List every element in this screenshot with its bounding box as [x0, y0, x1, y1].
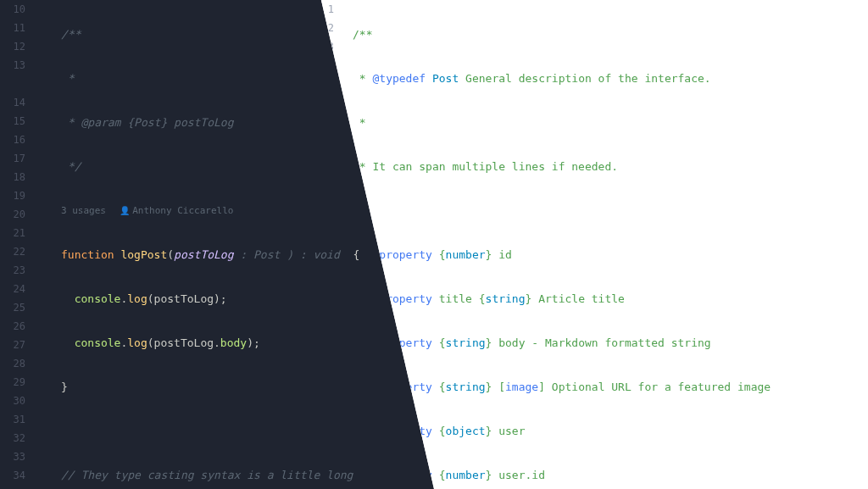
line-number: 25 — [0, 298, 25, 317]
right-code[interactable]: /** * @typedef Post General description … — [353, 0, 784, 489]
line-number — [0, 75, 25, 93]
method: log — [127, 336, 147, 349]
line-number: 16 — [0, 131, 25, 149]
code-text: ] Optional URL for a featured image — [538, 381, 771, 393]
jsdoc-tag: @typedef — [372, 72, 426, 85]
line-number: 24 — [0, 280, 25, 298]
line-number: 29 — [0, 373, 25, 392]
line-number: 11 — [0, 19, 25, 37]
type: string — [486, 292, 526, 305]
code-text: ( — [167, 248, 174, 261]
line-number: 19 — [0, 186, 25, 205]
line-number: 26 — [0, 317, 25, 336]
code-text: (postToLog. — [147, 336, 220, 349]
code-text: } user.id — [486, 469, 545, 481]
line-number: 28 — [0, 354, 25, 373]
code-text: title { — [432, 292, 486, 305]
line-number: 30 — [0, 392, 25, 410]
line-number: 14 — [0, 93, 25, 112]
code-text: { — [432, 425, 446, 437]
param: postToLog — [174, 248, 233, 261]
line-number: 13 — [0, 56, 25, 75]
person-icon: 👤 — [120, 206, 130, 215]
code-text: /** — [353, 28, 372, 41]
method: log — [127, 292, 147, 305]
type: object — [446, 425, 486, 437]
type-hint: : Post ) — [234, 248, 300, 261]
code-text: * — [61, 72, 75, 85]
comment: // They type casting syntax is a little … — [61, 469, 359, 481]
code-text: { — [347, 248, 360, 261]
line-number: 31 — [0, 410, 25, 429]
jsdoc-tag: @property — [372, 248, 431, 261]
line-number: 10 — [0, 0, 25, 19]
code-text: { — [432, 248, 446, 261]
code-text: } [ — [486, 381, 505, 393]
type: string — [446, 381, 486, 393]
line-number: 32 — [0, 429, 25, 447]
code-text: } Article title — [526, 292, 625, 305]
code-text: } user — [486, 425, 526, 437]
line-number: 21 — [0, 224, 25, 242]
line-number: 27 — [0, 336, 25, 354]
code-text: * — [61, 116, 81, 129]
type: string — [446, 336, 486, 349]
line-number: 17 — [0, 149, 25, 168]
function-name: logPost — [120, 248, 167, 261]
identifier: body — [220, 336, 247, 349]
code-text: * — [353, 116, 366, 129]
code-text: } — [61, 381, 68, 393]
code-text: { — [432, 336, 446, 349]
line-number: 15 — [0, 112, 25, 131]
code-text: { — [432, 469, 446, 481]
left-gutter: 10 11 12 13 14 15 16 17 18 19 20 21 22 2… — [0, 0, 37, 485]
code-text: {Post} postToLog — [120, 116, 233, 129]
identifier: console — [61, 336, 120, 349]
code-text: General description of the interface. — [465, 72, 711, 85]
code-text: * It can span multiple lines if needed. — [353, 160, 618, 173]
line-number: 34 — [0, 466, 25, 485]
type-name: Post — [426, 72, 465, 85]
line-number: 12 — [0, 37, 25, 56]
optional-prop: image — [505, 381, 538, 393]
code-text: */ — [61, 160, 81, 173]
line-number: 18 — [0, 168, 25, 186]
code-text: ); — [247, 336, 260, 349]
code-text: { — [432, 381, 446, 393]
code-text: } body - Markdown formatted string — [486, 336, 711, 349]
type-hint: : void — [300, 248, 347, 261]
author-name[interactable]: Anthony Ciccarello — [132, 205, 233, 216]
usages-count[interactable]: 3 usages — [61, 205, 106, 216]
code-text: } id — [486, 248, 512, 261]
line-number: 22 — [0, 242, 25, 261]
line-number: 20 — [0, 205, 25, 224]
code-text: * — [353, 72, 372, 85]
keyword: function — [61, 248, 120, 261]
line-number: 33 — [0, 447, 25, 466]
type: number — [446, 248, 486, 261]
jsdoc-tag: @param — [81, 116, 120, 129]
code-text: /** — [61, 28, 81, 41]
type: number — [446, 469, 486, 481]
code-text: (postToLog); — [147, 292, 227, 305]
identifier: console — [61, 292, 120, 305]
line-number: 23 — [0, 261, 25, 280]
